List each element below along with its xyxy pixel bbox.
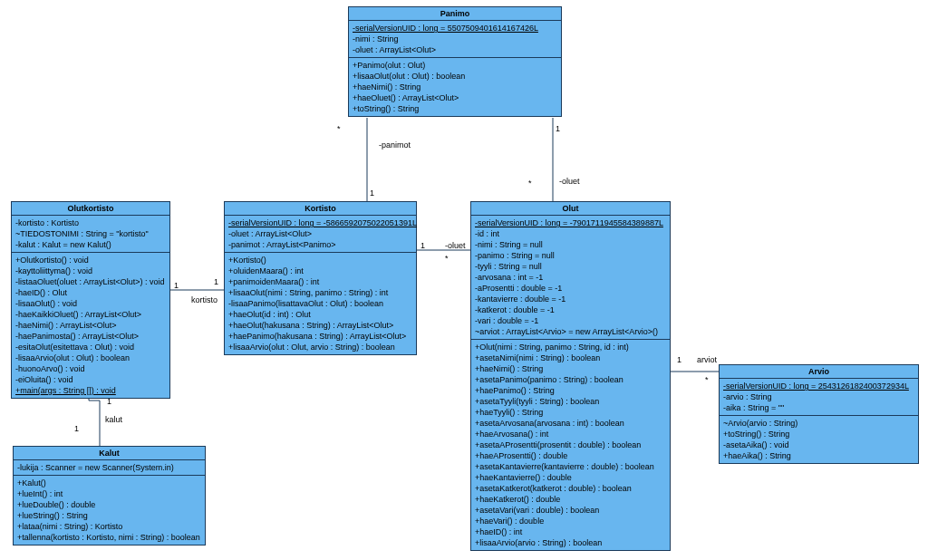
member-row: +lisaaArvio(olut : Olut, arvio : String)… [228,342,412,352]
mult-label: 1 [74,424,79,433]
mult-label: * [528,179,532,188]
member-row: -serialVersionUID : long = 2543126182400… [723,381,914,391]
member-row: -oluet : ArrayList<Olut> [353,44,557,55]
member-row: -haeKaikkiOluet() : ArrayList<Olut> [15,309,166,320]
member-row: +oluidenMaara() : int [228,266,412,276]
member-row: +panimoidenMaara() : int [228,276,412,287]
member-row: +toString() : String [723,429,914,439]
member-row: +haeOluet() : ArrayList<Olut> [353,92,557,103]
member-row: +haeKatkerot() : double [475,494,666,505]
member-row: +haePanimo(hakusana : String) : ArrayLis… [228,331,412,342]
class-title: Kortisto [225,202,416,216]
operations: +Olut(nimi : String, panimo : String, id… [471,340,670,550]
member-row: +tallenna(kortisto : Kortisto, nimi : St… [17,532,201,543]
member-row: +asetaNimi(nimi : String) : boolean [475,352,666,363]
member-row: +haeKantavierre() : double [475,472,666,483]
member-row: +haeID() : int [475,526,666,537]
member-row: -haeNimi() : ArrayList<Olut> [15,320,166,331]
member-row: -listaaOluet(oluet : ArrayList<Olut>) : … [15,276,166,287]
member-row: -kantavierre : double = -1 [475,294,666,304]
uml-diagram: Panimo -serialVersionUID : long = 550750… [0,0,928,560]
member-row: -haePanimosta() : ArrayList<Olut> [15,331,166,342]
class-kortisto: Kortisto -serialVersionUID : long = -586… [224,201,417,355]
class-olutkortisto: Olutkortisto -kortisto : Kortisto~TIEDOS… [11,201,170,399]
member-row: +Olut(nimi : String, panimo : String, id… [475,342,666,352]
mult-label: 1 [214,277,218,286]
member-row: +lueString() : String [17,510,201,521]
member-row: +haeAProsentti() : double [475,450,666,461]
role-label: kalut [105,415,122,424]
member-row: +Kortisto() [228,255,412,266]
member-row: +Kalut() [17,478,201,488]
member-row: -panimo : String = null [475,250,666,261]
member-row: -panimot : ArrayList<Panimo> [228,239,412,250]
operations: +Panimo(olut : Olut)+lisaaOlut(olut : Ol… [349,58,561,116]
member-row: +haeArvosana() : int [475,429,666,439]
member-row: -arvio : String [723,391,914,402]
mult-label: 1 [677,355,682,364]
member-row: -katkerot : double = -1 [475,304,666,315]
member-row: +asetaKatkerot(katkerot : double) : bool… [475,483,666,494]
member-row: +Panimo(olut : Olut) [353,60,557,71]
mult-label: * [337,124,341,133]
member-row: -serialVersionUID : long = 5507509401614… [353,23,557,34]
attributes: -lukija : Scanner = new Scanner(System.i… [14,460,205,476]
member-row: -esitaOlut(esitettava : Olut) : void [15,342,166,352]
operations: +Olutkortisto() : void-kayttoliittyma() … [12,253,169,398]
member-row: -haeID() : Olut [15,287,166,298]
class-title: Olutkortisto [12,202,169,216]
member-row: -vari : double = -1 [475,315,666,326]
class-kalut: Kalut -lukija : Scanner = new Scanner(Sy… [13,446,206,546]
class-title: Kalut [14,447,205,460]
mult-label: 1 [370,188,374,198]
mult-label: * [445,254,449,263]
member-row: -arvosana : int = -1 [475,272,666,283]
member-row: +haeTyyli() : String [475,407,666,418]
member-row: +haeNimi() : String [475,363,666,374]
attributes: -serialVersionUID : long = 5507509401614… [349,21,561,58]
member-row: +asetaTyyli(tyyli : String) : boolean [475,396,666,407]
member-row: +haeAika() : String [723,450,914,461]
member-row: -huonoArvo() : void [15,363,166,374]
attributes: -kortisto : Kortisto~TIEDOSTONIMI : Stri… [12,216,169,253]
member-row: -kortisto : Kortisto [15,217,166,228]
class-olut: Olut -serialVersionUID : long = -7901711… [470,201,671,551]
mult-label: 1 [556,124,560,133]
role-label: kortisto [191,295,218,304]
member-row: -lisaaArvio(olut : Olut) : boolean [15,352,166,363]
member-row: ~TIEDOSTONIMI : String = "kortisto" [15,228,166,239]
member-row: +lueInt() : int [17,488,201,499]
class-title: Arvio [720,365,918,379]
member-row: -eiOluita() : void [15,374,166,385]
member-row: +lataa(nimi : String) : Kortisto [17,521,201,532]
member-row: -id : int [475,228,666,239]
member-row: +lisaaArvio(arvio : String) : boolean [475,537,666,548]
operations: ~Arvio(arvio : String)+toString() : Stri… [720,416,918,463]
member-row: +haePanimo() : String [475,385,666,396]
member-row: -tyyli : String = null [475,261,666,272]
class-arvio: Arvio -serialVersionUID : long = 2543126… [719,364,919,464]
member-row: +main(args : String []) : void [15,385,166,396]
member-row: +haeVari() : double [475,516,666,526]
member-row: -lukija : Scanner = new Scanner(System.i… [17,462,201,473]
member-row: +lisaaOlut(nimi : String, panimo : Strin… [228,287,412,298]
member-row: +Olutkortisto() : void [15,255,166,266]
member-row: -aProsentti : double = -1 [475,283,666,294]
class-panimo: Panimo -serialVersionUID : long = 550750… [348,6,562,117]
mult-label: 1 [107,397,111,406]
attributes: -serialVersionUID : long = -790171194558… [471,216,670,340]
member-row: +lueDouble() : double [17,499,201,510]
member-row: -lisaaPanimo(lisattavaOlut : Olut) : boo… [228,298,412,309]
member-row: -kayttoliittyma() : void [15,266,166,276]
mult-label: 1 [174,281,179,290]
member-row: +asetaKantavierre(kantavierre : double) … [475,461,666,472]
member-row: +asetaPanimo(panimo : String) : boolean [475,374,666,385]
attributes: -serialVersionUID : long = 2543126182400… [720,379,918,416]
member-row: +haeOlut(id : int) : Olut [228,309,412,320]
member-row: -serialVersionUID : long = -790171194558… [475,217,666,228]
member-row: +asetaVari(vari : double) : boolean [475,505,666,516]
member-row: +lisaaOlut(olut : Olut) : boolean [353,71,557,82]
member-row: -asetaAika() : void [723,439,914,450]
role-label: arviot [697,355,717,364]
operations: +Kalut()+lueInt() : int+lueDouble() : do… [14,476,205,545]
